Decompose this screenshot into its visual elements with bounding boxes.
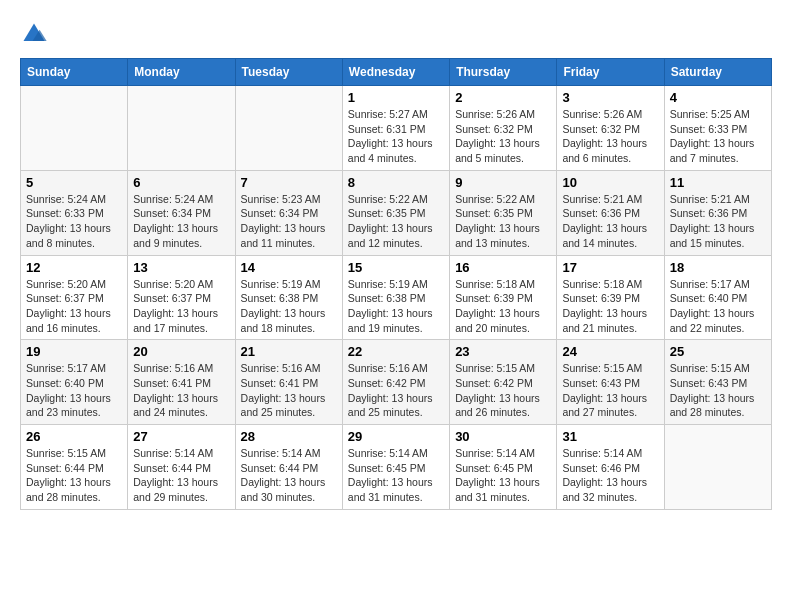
calendar-cell: 9 Sunrise: 5:22 AMSunset: 6:35 PMDayligh… (450, 170, 557, 255)
day-info: Sunrise: 5:14 AMSunset: 6:46 PMDaylight:… (562, 446, 658, 505)
day-header-thursday: Thursday (450, 59, 557, 86)
calendar-cell (235, 86, 342, 171)
logo-icon (20, 20, 48, 48)
header-area (20, 20, 772, 48)
day-number: 1 (348, 90, 444, 105)
week-row-2: 5 Sunrise: 5:24 AMSunset: 6:33 PMDayligh… (21, 170, 772, 255)
day-info: Sunrise: 5:26 AMSunset: 6:32 PMDaylight:… (562, 107, 658, 166)
day-info: Sunrise: 5:14 AMSunset: 6:45 PMDaylight:… (455, 446, 551, 505)
day-info: Sunrise: 5:14 AMSunset: 6:44 PMDaylight:… (133, 446, 229, 505)
day-number: 20 (133, 344, 229, 359)
calendar-cell: 2 Sunrise: 5:26 AMSunset: 6:32 PMDayligh… (450, 86, 557, 171)
calendar-cell: 13 Sunrise: 5:20 AMSunset: 6:37 PMDaylig… (128, 255, 235, 340)
day-info: Sunrise: 5:16 AMSunset: 6:41 PMDaylight:… (133, 361, 229, 420)
day-number: 23 (455, 344, 551, 359)
calendar-cell: 14 Sunrise: 5:19 AMSunset: 6:38 PMDaylig… (235, 255, 342, 340)
day-info: Sunrise: 5:15 AMSunset: 6:44 PMDaylight:… (26, 446, 122, 505)
day-number: 2 (455, 90, 551, 105)
week-row-4: 19 Sunrise: 5:17 AMSunset: 6:40 PMDaylig… (21, 340, 772, 425)
day-number: 22 (348, 344, 444, 359)
day-number: 16 (455, 260, 551, 275)
header-row: SundayMondayTuesdayWednesdayThursdayFrid… (21, 59, 772, 86)
logo (20, 20, 52, 48)
calendar-cell: 31 Sunrise: 5:14 AMSunset: 6:46 PMDaylig… (557, 425, 664, 510)
calendar-cell: 16 Sunrise: 5:18 AMSunset: 6:39 PMDaylig… (450, 255, 557, 340)
day-number: 28 (241, 429, 337, 444)
day-header-monday: Monday (128, 59, 235, 86)
calendar-cell: 7 Sunrise: 5:23 AMSunset: 6:34 PMDayligh… (235, 170, 342, 255)
calendar-cell: 23 Sunrise: 5:15 AMSunset: 6:42 PMDaylig… (450, 340, 557, 425)
day-info: Sunrise: 5:24 AMSunset: 6:34 PMDaylight:… (133, 192, 229, 251)
day-number: 18 (670, 260, 766, 275)
calendar-cell: 8 Sunrise: 5:22 AMSunset: 6:35 PMDayligh… (342, 170, 449, 255)
calendar-cell: 21 Sunrise: 5:16 AMSunset: 6:41 PMDaylig… (235, 340, 342, 425)
calendar-cell: 3 Sunrise: 5:26 AMSunset: 6:32 PMDayligh… (557, 86, 664, 171)
day-info: Sunrise: 5:15 AMSunset: 6:42 PMDaylight:… (455, 361, 551, 420)
day-info: Sunrise: 5:15 AMSunset: 6:43 PMDaylight:… (562, 361, 658, 420)
week-row-1: 1 Sunrise: 5:27 AMSunset: 6:31 PMDayligh… (21, 86, 772, 171)
day-number: 30 (455, 429, 551, 444)
day-number: 21 (241, 344, 337, 359)
day-info: Sunrise: 5:20 AMSunset: 6:37 PMDaylight:… (26, 277, 122, 336)
day-header-saturday: Saturday (664, 59, 771, 86)
calendar-cell: 12 Sunrise: 5:20 AMSunset: 6:37 PMDaylig… (21, 255, 128, 340)
calendar-cell: 20 Sunrise: 5:16 AMSunset: 6:41 PMDaylig… (128, 340, 235, 425)
day-info: Sunrise: 5:19 AMSunset: 6:38 PMDaylight:… (348, 277, 444, 336)
day-header-sunday: Sunday (21, 59, 128, 86)
day-info: Sunrise: 5:26 AMSunset: 6:32 PMDaylight:… (455, 107, 551, 166)
day-info: Sunrise: 5:22 AMSunset: 6:35 PMDaylight:… (348, 192, 444, 251)
day-number: 12 (26, 260, 122, 275)
calendar-cell: 4 Sunrise: 5:25 AMSunset: 6:33 PMDayligh… (664, 86, 771, 171)
calendar-cell: 27 Sunrise: 5:14 AMSunset: 6:44 PMDaylig… (128, 425, 235, 510)
calendar-cell: 17 Sunrise: 5:18 AMSunset: 6:39 PMDaylig… (557, 255, 664, 340)
day-info: Sunrise: 5:23 AMSunset: 6:34 PMDaylight:… (241, 192, 337, 251)
calendar-cell: 10 Sunrise: 5:21 AMSunset: 6:36 PMDaylig… (557, 170, 664, 255)
day-info: Sunrise: 5:21 AMSunset: 6:36 PMDaylight:… (562, 192, 658, 251)
day-info: Sunrise: 5:16 AMSunset: 6:41 PMDaylight:… (241, 361, 337, 420)
calendar-cell: 24 Sunrise: 5:15 AMSunset: 6:43 PMDaylig… (557, 340, 664, 425)
calendar-cell (128, 86, 235, 171)
calendar-cell (21, 86, 128, 171)
day-info: Sunrise: 5:19 AMSunset: 6:38 PMDaylight:… (241, 277, 337, 336)
day-number: 14 (241, 260, 337, 275)
day-number: 25 (670, 344, 766, 359)
week-row-5: 26 Sunrise: 5:15 AMSunset: 6:44 PMDaylig… (21, 425, 772, 510)
calendar-table: SundayMondayTuesdayWednesdayThursdayFrid… (20, 58, 772, 510)
day-header-wednesday: Wednesday (342, 59, 449, 86)
day-info: Sunrise: 5:17 AMSunset: 6:40 PMDaylight:… (26, 361, 122, 420)
calendar-cell: 18 Sunrise: 5:17 AMSunset: 6:40 PMDaylig… (664, 255, 771, 340)
calendar-cell: 25 Sunrise: 5:15 AMSunset: 6:43 PMDaylig… (664, 340, 771, 425)
calendar-cell: 28 Sunrise: 5:14 AMSunset: 6:44 PMDaylig… (235, 425, 342, 510)
day-number: 19 (26, 344, 122, 359)
day-info: Sunrise: 5:27 AMSunset: 6:31 PMDaylight:… (348, 107, 444, 166)
day-header-friday: Friday (557, 59, 664, 86)
day-number: 3 (562, 90, 658, 105)
calendar-cell: 19 Sunrise: 5:17 AMSunset: 6:40 PMDaylig… (21, 340, 128, 425)
day-number: 26 (26, 429, 122, 444)
day-info: Sunrise: 5:18 AMSunset: 6:39 PMDaylight:… (455, 277, 551, 336)
day-info: Sunrise: 5:22 AMSunset: 6:35 PMDaylight:… (455, 192, 551, 251)
day-number: 27 (133, 429, 229, 444)
calendar-cell: 15 Sunrise: 5:19 AMSunset: 6:38 PMDaylig… (342, 255, 449, 340)
day-info: Sunrise: 5:21 AMSunset: 6:36 PMDaylight:… (670, 192, 766, 251)
day-number: 29 (348, 429, 444, 444)
day-number: 7 (241, 175, 337, 190)
day-number: 17 (562, 260, 658, 275)
day-number: 9 (455, 175, 551, 190)
day-info: Sunrise: 5:25 AMSunset: 6:33 PMDaylight:… (670, 107, 766, 166)
calendar-cell (664, 425, 771, 510)
day-number: 10 (562, 175, 658, 190)
day-info: Sunrise: 5:20 AMSunset: 6:37 PMDaylight:… (133, 277, 229, 336)
day-info: Sunrise: 5:18 AMSunset: 6:39 PMDaylight:… (562, 277, 658, 336)
day-info: Sunrise: 5:24 AMSunset: 6:33 PMDaylight:… (26, 192, 122, 251)
day-number: 15 (348, 260, 444, 275)
day-info: Sunrise: 5:15 AMSunset: 6:43 PMDaylight:… (670, 361, 766, 420)
day-number: 24 (562, 344, 658, 359)
day-number: 8 (348, 175, 444, 190)
day-header-tuesday: Tuesday (235, 59, 342, 86)
day-number: 5 (26, 175, 122, 190)
calendar-cell: 1 Sunrise: 5:27 AMSunset: 6:31 PMDayligh… (342, 86, 449, 171)
day-number: 11 (670, 175, 766, 190)
day-number: 13 (133, 260, 229, 275)
calendar-cell: 29 Sunrise: 5:14 AMSunset: 6:45 PMDaylig… (342, 425, 449, 510)
